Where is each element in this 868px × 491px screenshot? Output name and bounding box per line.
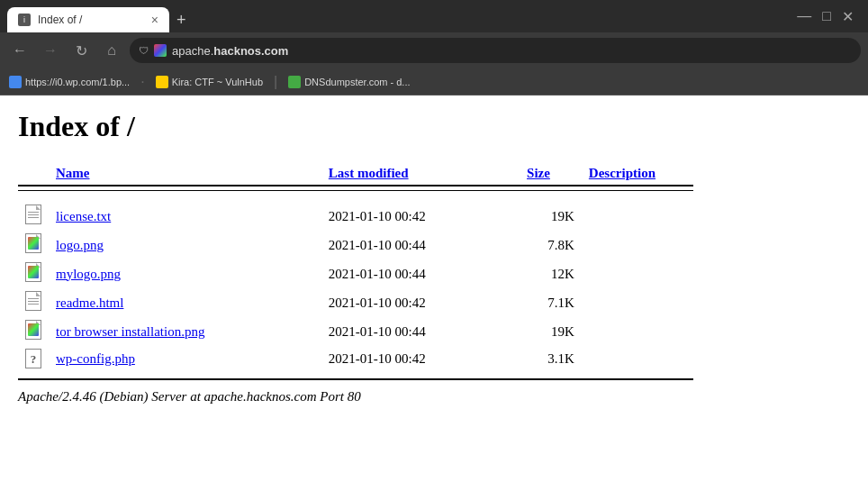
close-window-button[interactable]: ✕: [842, 8, 854, 25]
forward-button[interactable]: →: [38, 38, 63, 63]
home-button[interactable]: ⌂: [99, 38, 124, 63]
file-icon-cell: [18, 317, 49, 346]
th-size: Size: [520, 161, 582, 186]
table-row: mylogo.png2021-01-10 00:44 12K: [18, 259, 693, 288]
file-link[interactable]: tor browser installation.png: [56, 324, 204, 339]
bookmark-2[interactable]: Kira: CTF ~ VulnHub: [156, 76, 263, 88]
th-icon-spacer: [18, 161, 49, 186]
maximize-button[interactable]: □: [822, 8, 831, 25]
file-desc-cell: [582, 259, 693, 288]
file-icon-cell: [18, 259, 49, 288]
file-size-cell: 12K: [520, 259, 582, 288]
file-link[interactable]: wp-config.php: [56, 351, 135, 366]
table-row: readme.html2021-01-10 00:427.1K: [18, 288, 693, 317]
title-bar: i Index of / × + — □ ✕: [0, 0, 868, 32]
minimize-button[interactable]: —: [797, 8, 811, 25]
file-date-cell: 2021-01-10 00:44: [321, 231, 520, 259]
file-date-cell: 2021-01-10 00:44: [321, 259, 520, 288]
file-desc-cell: [582, 288, 693, 317]
sort-by-date-link[interactable]: Last modified: [329, 166, 409, 180]
refresh-button[interactable]: ↻: [68, 38, 94, 63]
table-row: license.txt2021-01-10 00:42 19K: [18, 202, 693, 231]
file-desc-cell: [582, 346, 693, 371]
file-icon: [25, 205, 41, 224]
tab-title: Index of /: [38, 14, 82, 26]
file-icon: [25, 320, 41, 340]
file-desc-cell: [582, 317, 693, 346]
file-name-cell: license.txt: [49, 202, 321, 231]
file-size-cell: 3.1K: [520, 346, 582, 371]
table-row: logo.png2021-01-10 00:447.8K: [18, 231, 693, 259]
file-icon-cell: [18, 231, 49, 259]
bookmark-3[interactable]: DNSdumpster.com - d...: [288, 76, 410, 88]
file-link[interactable]: mylogo.png: [56, 267, 121, 281]
tab-bar: i Index of / × +: [7, 0, 194, 32]
bookmark-3-label: DNSdumpster.com - d...: [304, 77, 410, 87]
page-title: Index of /: [18, 110, 850, 143]
file-date-cell: 2021-01-10 00:42: [321, 288, 520, 317]
file-link[interactable]: license.txt: [56, 209, 111, 223]
file-name-cell: mylogo.png: [49, 259, 321, 288]
file-icon: [25, 291, 41, 311]
active-tab[interactable]: i Index of / ×: [7, 7, 169, 32]
tab-favicon: i: [18, 14, 31, 26]
url-display: apache.hacknos.com: [172, 44, 288, 58]
table-row: ?wp-config.php2021-01-10 00:423.1K: [18, 346, 693, 371]
file-link[interactable]: readme.html: [56, 296, 123, 310]
new-tab-button[interactable]: +: [169, 7, 194, 32]
bookmark-2-icon: [156, 76, 168, 88]
sort-by-desc-link[interactable]: Description: [589, 166, 656, 180]
file-icon-cell: ?: [18, 346, 49, 371]
address-bar[interactable]: 🛡 apache.hacknos.com: [130, 38, 861, 63]
tab-close-button[interactable]: ×: [151, 14, 158, 26]
file-link[interactable]: logo.png: [56, 238, 104, 252]
sort-by-name-link[interactable]: Name: [56, 166, 90, 180]
navigation-bar: ← → ↻ ⌂ 🛡 apache.hacknos.com: [0, 32, 868, 68]
bookmark-separator-2: |: [274, 74, 277, 90]
file-icon-cell: [18, 288, 49, 317]
bookmark-separator-1: ·: [140, 74, 144, 90]
site-favicon: [154, 44, 167, 57]
bookmark-1-icon: [9, 76, 22, 88]
th-name: Name: [49, 161, 321, 186]
th-last-modified: Last modified: [321, 161, 520, 186]
file-size-cell: 19K: [520, 202, 582, 231]
bookmarks-bar: https://i0.wp.com/1.bp... · Kira: CTF ~ …: [0, 68, 868, 95]
sort-by-size-link[interactable]: Size: [527, 166, 550, 180]
bookmark-2-label: Kira: CTF ~ VulnHub: [172, 77, 263, 87]
file-name-cell: tor browser installation.png: [49, 317, 321, 346]
file-desc-cell: [582, 202, 693, 231]
file-listing-table: Name Last modified Size Description: [18, 161, 693, 371]
bookmark-1-label: https://i0.wp.com/1.bp...: [25, 77, 130, 87]
file-size-cell: 19K: [520, 317, 582, 346]
bookmark-1[interactable]: https://i0.wp.com/1.bp...: [9, 76, 130, 88]
bottom-rule: [18, 378, 693, 380]
server-info: Apache/2.4.46 (Debian) Server at apache.…: [18, 389, 850, 405]
back-button[interactable]: ←: [7, 38, 32, 63]
file-date-cell: 2021-01-10 00:42: [321, 202, 520, 231]
bookmark-3-icon: [288, 76, 301, 88]
table-row: tor browser installation.png2021-01-10 0…: [18, 317, 693, 346]
file-name-cell: logo.png: [49, 231, 321, 259]
file-icon-cell: [18, 202, 49, 231]
file-icon: [25, 262, 41, 282]
file-size-cell: 7.8K: [520, 231, 582, 259]
file-date-cell: 2021-01-10 00:42: [321, 346, 520, 371]
file-name-cell: readme.html: [49, 288, 321, 317]
file-icon: ?: [25, 349, 41, 368]
file-size-cell: 7.1K: [520, 288, 582, 317]
file-desc-cell: [582, 231, 693, 259]
browser-frame: i Index of / × + — □ ✕ ← → ↻ ⌂ 🛡 apache.…: [0, 0, 868, 491]
th-description: Description: [582, 161, 693, 186]
file-name-cell: wp-config.php: [49, 346, 321, 371]
security-icon: 🛡: [139, 45, 149, 56]
file-date-cell: 2021-01-10 00:44: [321, 317, 520, 346]
page-content: Index of / Name Last modified Size Descr…: [0, 95, 868, 456]
file-icon: [25, 233, 41, 253]
